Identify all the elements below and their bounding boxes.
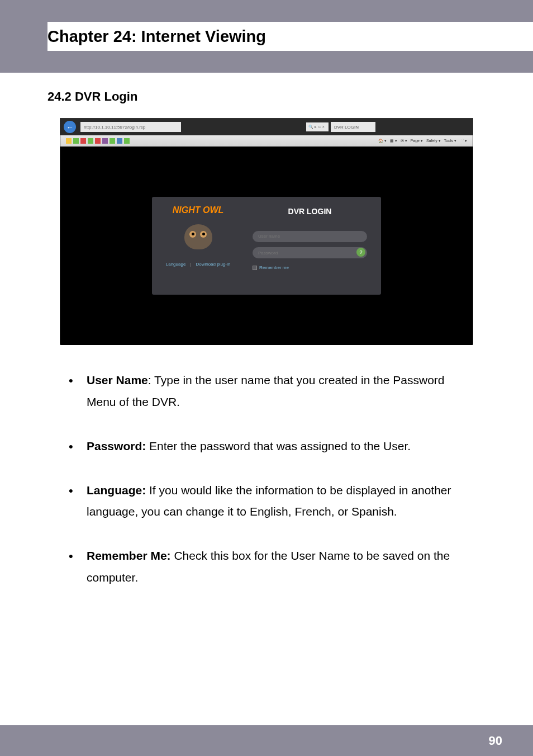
login-links-row: Language | Download plug-in (166, 262, 231, 267)
ie-command-bar: 🏠 ▾ ▦ ▾ ✉ ▾ Page ▾ Safety ▾ Tools ▾ ❔▾ (378, 139, 467, 143)
fav-icon[interactable] (80, 138, 86, 144)
help-icon[interactable]: ❔▾ (460, 139, 467, 143)
remember-row: Remember me (253, 265, 367, 270)
mail-icon[interactable]: ✉ ▾ (401, 139, 407, 143)
fav-icon[interactable] (88, 138, 93, 144)
link-separator: | (190, 262, 191, 267)
list-item: Password: Enter the password that was as… (64, 436, 474, 457)
search-controls: 🔍 ▸ ⊂ × DVR LOGIN (306, 122, 375, 132)
favorites-icons (66, 138, 130, 144)
section-title: 24.2 DVR Login (47, 89, 533, 104)
list-item-label: Remember Me: (87, 549, 171, 562)
search-box[interactable]: 🔍 ▸ ⊂ × (306, 122, 329, 131)
fav-icon[interactable] (124, 138, 130, 144)
menu-tools[interactable]: Tools ▾ (444, 139, 456, 143)
remember-checkbox[interactable] (253, 266, 257, 270)
list-item: Language: If you would like the informat… (64, 480, 474, 523)
list-item-label: Language: (87, 484, 146, 497)
chapter-header-banner: Chapter 24: Internet Viewing (0, 0, 533, 73)
back-button[interactable]: ← (64, 121, 76, 133)
login-left-column: NIGHT OWL Language | Download plug-in (152, 197, 244, 295)
fav-icon[interactable] (102, 138, 108, 144)
fav-icon[interactable] (66, 138, 72, 144)
brand-logo-text: NIGHT OWL (173, 205, 224, 215)
login-right-column: DVR LOGIN ? Remember me (244, 197, 381, 295)
fav-icon[interactable] (73, 138, 79, 144)
ie-toolbar: 🏠 ▾ ▦ ▾ ✉ ▾ Page ▾ Safety ▾ Tools ▾ ❔▾ (60, 135, 473, 147)
list-item-label: Password: (87, 440, 146, 452)
back-arrow-icon: ← (66, 123, 74, 131)
instruction-list: User Name: Type in the user name that yo… (0, 370, 533, 589)
page-content-area: NIGHT OWL Language | Download plug-in (60, 147, 473, 345)
remember-label: Remember me (259, 265, 289, 270)
list-item: User Name: Type in the user name that yo… (64, 370, 474, 413)
fav-icon[interactable] (110, 138, 115, 144)
owl-logo-icon (179, 220, 218, 253)
browser-screenshot: ← http://10.1.10.11:5872/login.rsp 🔍 ▸ ⊂… (60, 118, 473, 344)
address-bar[interactable]: http://10.1.10.11:5872/login.rsp (80, 122, 181, 132)
password-row: ? (253, 247, 367, 263)
list-item-text: Enter the password that was assigned to … (146, 440, 411, 452)
list-item-label: User Name (87, 374, 148, 386)
list-item: Remember Me: Check this box for the User… (64, 545, 474, 589)
menu-safety[interactable]: Safety ▾ (426, 139, 441, 143)
username-input[interactable] (253, 231, 367, 242)
menu-page[interactable]: Page ▾ (411, 139, 423, 143)
login-heading: DVR LOGIN (253, 207, 367, 216)
download-plugin-link[interactable]: Download plug-in (196, 262, 230, 267)
search-controls-text: 🔍 ▸ ⊂ × (308, 125, 325, 129)
fav-icon[interactable] (117, 138, 122, 144)
browser-tab[interactable]: DVR LOGIN (331, 122, 375, 132)
page-footer: 90 (0, 725, 533, 756)
login-panel: NIGHT OWL Language | Download plug-in (152, 197, 381, 295)
page-number: 90 (489, 734, 502, 748)
password-input[interactable] (253, 247, 367, 258)
chapter-title: Chapter 24: Internet Viewing (47, 27, 266, 46)
browser-titlebar: ← http://10.1.10.11:5872/login.rsp 🔍 ▸ ⊂… (60, 119, 473, 135)
tab-label: DVR LOGIN (334, 125, 359, 130)
address-text: http://10.1.10.11:5872/login.rsp (84, 125, 145, 130)
language-link[interactable]: Language (166, 262, 186, 267)
chapter-title-strip: Chapter 24: Internet Viewing (47, 22, 533, 51)
password-help-icon[interactable]: ? (356, 248, 365, 257)
fav-icon[interactable] (95, 138, 101, 144)
home-icon[interactable]: 🏠 ▾ (378, 139, 387, 143)
feeds-icon[interactable]: ▦ ▾ (390, 139, 397, 143)
